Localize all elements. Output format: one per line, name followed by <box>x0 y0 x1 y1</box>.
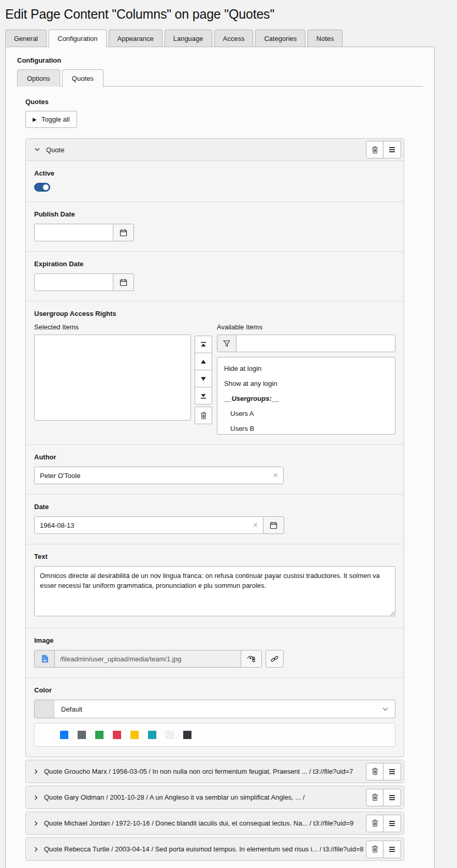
tab-general[interactable]: General <box>5 30 47 47</box>
chevron-right-icon <box>34 794 38 801</box>
trash-icon <box>372 819 378 827</box>
delete-quote-button[interactable] <box>366 141 384 158</box>
collapsed-quote-panel: Quote Rebecca Turtle / 2003-04-14 / Sed … <box>25 837 404 861</box>
toggle-all-button[interactable]: ▶ Toggle all <box>25 111 77 128</box>
active-toggle[interactable] <box>34 183 50 192</box>
image-file-icon <box>41 655 49 663</box>
calendar-icon <box>270 522 277 529</box>
drag-handle-button[interactable] <box>384 141 401 158</box>
drag-handle-button[interactable] <box>384 841 401 858</box>
selected-items-label: Selected Items <box>34 323 191 331</box>
collapsed-quote-panel: Quote Groucho Marx / 1956-03-05 / In non… <box>25 760 404 783</box>
collapsed-quote-header[interactable]: Quote Gary Oldman / 2001-10-28 / A un An… <box>26 786 404 808</box>
collapsed-quote-header[interactable]: Quote Groucho Marx / 1956-03-05 / In non… <box>26 760 404 783</box>
date-input[interactable] <box>34 516 263 534</box>
collapsed-quote-actions <box>366 763 401 780</box>
tab-configuration[interactable]: Configuration <box>49 30 106 47</box>
calendar-icon <box>120 229 127 237</box>
move-down-icon <box>200 377 207 381</box>
tab-categories[interactable]: Categories <box>255 30 305 47</box>
filter-funnel-icon <box>223 340 230 347</box>
toggle-knob <box>43 184 49 190</box>
trash-icon <box>372 845 378 853</box>
collapsed-quote-title: Quote Groucho Marx / 1956-03-05 / In non… <box>44 768 353 775</box>
field-author: Author × <box>26 445 404 495</box>
remove-selected-button[interactable] <box>195 407 212 424</box>
tab-appearance[interactable]: Appearance <box>109 30 163 47</box>
move-down-button[interactable] <box>195 370 212 387</box>
trash-icon <box>372 793 378 801</box>
filter-button[interactable] <box>217 335 237 352</box>
clear-icon[interactable]: × <box>253 521 258 529</box>
available-item[interactable]: Show at any login <box>217 376 395 391</box>
collapsed-quote-header[interactable]: Quote Rebecca Turtle / 2003-04-14 / Sed … <box>26 838 404 860</box>
subtab-options[interactable]: Options <box>17 69 60 86</box>
available-item[interactable]: Users B <box>217 421 395 435</box>
drag-handle-button[interactable] <box>384 763 401 780</box>
page-title: Edit Page Content "Columns" on page "Quo… <box>5 7 453 22</box>
collapsed-quote-actions <box>366 815 401 832</box>
collapsed-quote-title: Quote Michael Jordan / 1972-10-16 / Done… <box>44 819 353 827</box>
link-browser-button[interactable] <box>266 650 284 668</box>
publish-date-picker-button[interactable] <box>113 224 134 241</box>
chevron-down-icon <box>34 148 40 152</box>
move-to-top-button[interactable] <box>195 336 212 353</box>
chevron-right-icon <box>34 769 38 775</box>
subtab-quotes[interactable]: Quotes <box>62 69 104 87</box>
tab-notes[interactable]: Notes <box>307 30 343 47</box>
link-details-button[interactable] <box>241 650 262 668</box>
available-item[interactable]: Hide at login <box>217 361 395 376</box>
publish-date-label: Publish Date <box>34 210 395 218</box>
available-item[interactable]: Users A <box>217 406 395 421</box>
color-swatch-gray[interactable] <box>78 731 86 739</box>
available-items-listbox[interactable]: Hide at login Show at any login __Usergr… <box>217 357 395 435</box>
clear-icon[interactable]: × <box>273 471 278 480</box>
color-swatch-white[interactable] <box>166 731 174 739</box>
field-date: Date × <box>26 495 404 544</box>
listbox-controls <box>195 336 212 424</box>
color-swatch-yellow[interactable] <box>130 731 139 739</box>
quote-panel-header[interactable]: Quote <box>26 139 404 161</box>
image-file-type-addon <box>34 650 54 668</box>
field-publish-date: Publish Date <box>26 202 404 252</box>
drag-handle-button[interactable] <box>384 789 401 806</box>
expiration-date-label: Expiration Date <box>34 260 395 268</box>
drag-handle-icon <box>389 794 395 801</box>
move-to-top-icon <box>200 342 207 348</box>
toggle-all-label: Toggle all <box>41 115 70 123</box>
publish-date-input[interactable] <box>34 224 113 241</box>
text-textarea[interactable]: Omnicos directe al desirabilitá de un no… <box>34 566 395 616</box>
date-picker-button[interactable] <box>263 516 284 534</box>
color-swatch-red[interactable] <box>113 731 121 739</box>
delete-quote-button[interactable] <box>366 763 384 780</box>
color-swatch-teal[interactable] <box>148 731 156 739</box>
selected-items-listbox[interactable] <box>34 335 191 421</box>
main-tab-bar: General Configuration Appearance Languag… <box>5 30 457 47</box>
color-swatch-dark[interactable] <box>183 731 191 739</box>
available-items-filter-input[interactable] <box>237 335 395 352</box>
delete-quote-button[interactable] <box>366 841 384 858</box>
color-select[interactable]: Default <box>34 700 395 718</box>
drag-handle-icon <box>389 820 395 827</box>
tab-language[interactable]: Language <box>165 30 212 47</box>
drag-handle-icon <box>389 769 395 775</box>
caret-right-icon: ▶ <box>33 117 37 122</box>
expiration-date-input[interactable] <box>34 273 113 291</box>
active-label: Active <box>34 169 395 177</box>
sub-tab-bar: Options Quotes <box>17 69 423 86</box>
tab-access[interactable]: Access <box>214 30 254 47</box>
collapsed-quote-title: Quote Gary Oldman / 2001-10-28 / A un An… <box>44 793 305 801</box>
usergroup-label: Usergroup Access Rights <box>34 310 395 317</box>
color-swatch-green[interactable] <box>95 731 104 739</box>
expiration-date-picker-button[interactable] <box>113 273 134 291</box>
delete-quote-button[interactable] <box>366 815 384 832</box>
collapsed-quote-header[interactable]: Quote Michael Jordan / 1972-10-16 / Done… <box>26 812 404 834</box>
color-selected-value: Default <box>54 700 382 718</box>
move-up-button[interactable] <box>195 353 212 370</box>
drag-handle-button[interactable] <box>384 815 401 832</box>
author-input[interactable] <box>34 467 284 484</box>
color-swatch-blue[interactable] <box>60 731 68 739</box>
move-to-bottom-button[interactable] <box>195 387 212 404</box>
field-color: Color Default <box>26 678 404 757</box>
delete-quote-button[interactable] <box>366 789 384 806</box>
